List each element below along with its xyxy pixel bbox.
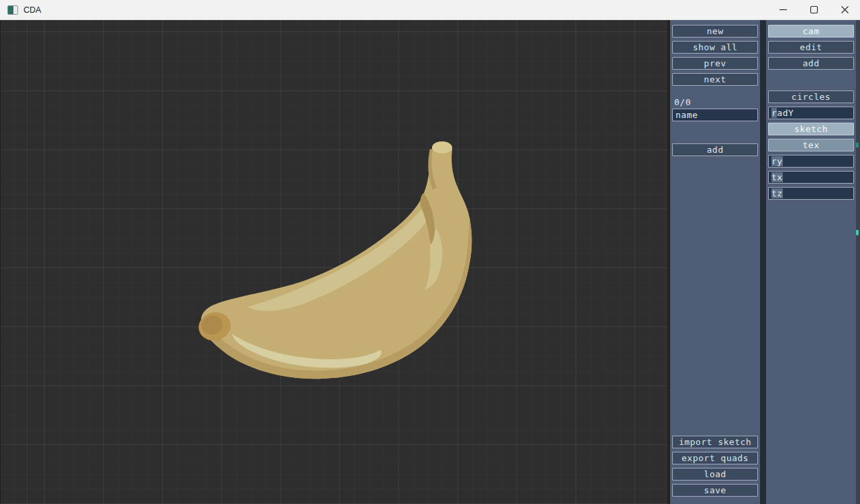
save-button[interactable]: save [672,484,758,497]
cam-button[interactable]: cam [768,25,854,38]
export-quads-button[interactable]: export quads [672,452,758,464]
rady-selected-text: r [771,108,777,118]
load-button[interactable]: load [672,468,758,481]
add-button[interactable]: add [672,143,758,156]
maximize-icon [810,5,818,14]
counter-label: 0/0 [672,97,758,107]
tz-input[interactable]: tz [768,187,854,200]
app-image-icon [7,5,18,15]
circles-button[interactable]: circles [768,90,854,103]
close-button[interactable] [829,0,860,19]
ry-input[interactable]: ry [768,155,854,168]
tx-selected-text: tx [771,172,783,182]
add-mode-button[interactable]: add [768,57,854,70]
right-edge-strip[interactable] [856,20,860,504]
titlebar[interactable]: CDA [0,0,860,20]
close-icon [841,5,849,14]
edit-button[interactable]: edit [768,41,854,54]
viewport-canvas[interactable] [0,20,667,504]
ry-selected-text: ry [771,156,783,166]
banana-illustration [1,20,667,504]
window-title: CDA [23,5,41,15]
panel-divider [760,20,766,504]
tex-button[interactable]: tex [768,139,854,151]
prev-button[interactable]: prev [672,57,758,70]
window-controls [767,0,860,19]
next-button[interactable]: next [672,73,758,86]
tz-selected-text: tz [771,188,783,198]
import-sketch-button[interactable]: import sketch [672,436,758,448]
minimize-icon [779,5,788,14]
properties-panel: cam edit add circles radY sketch tex ry … [766,20,856,504]
name-input[interactable] [672,109,758,121]
rady-input[interactable]: radY [768,107,854,119]
minimize-button[interactable] [767,0,798,19]
new-button[interactable]: new [672,25,758,38]
show-all-button[interactable]: show all [672,41,758,54]
sketch-button[interactable]: sketch [768,123,854,135]
teal-tick-marker [856,230,859,235]
teal-tick-marker [856,143,859,147]
maximize-button[interactable] [798,0,829,19]
tx-input[interactable]: tx [768,171,854,184]
rady-rest-text: adY [777,108,794,118]
tools-panel: new show all prev next 0/0 add import sk… [670,20,760,504]
app-window: CDA [0,0,860,504]
